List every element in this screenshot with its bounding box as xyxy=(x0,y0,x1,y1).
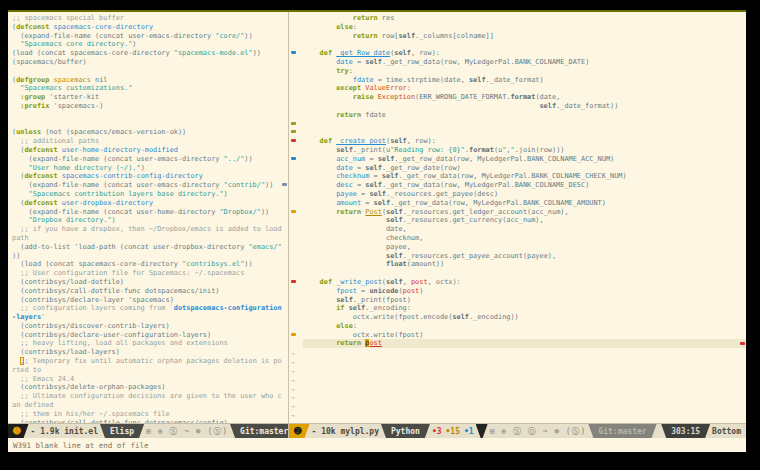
fringe-marker xyxy=(291,157,296,160)
git-branch-badge[interactable]: Git:master xyxy=(588,424,656,438)
code-line xyxy=(303,40,746,49)
code-line: ;; Emacs 24.4 xyxy=(12,375,288,384)
code-token: = xyxy=(357,287,369,295)
code-token: "Dropbox/" xyxy=(219,208,261,216)
code-token: self xyxy=(386,252,403,260)
code-token: ;; Ultimate configuration decisions are … xyxy=(12,392,282,400)
code-token: rted to xyxy=(12,366,41,374)
fringe-marker xyxy=(291,51,296,54)
code-token xyxy=(303,190,336,198)
major-mode-badge[interactable]: Python xyxy=(381,424,430,438)
code-token: 'starter-kit xyxy=(45,93,99,101)
empty-line-tilde: ~ xyxy=(291,421,295,423)
code-token: raise xyxy=(353,93,374,101)
code-token: )) xyxy=(12,252,20,260)
window-mylpl-py[interactable]: ~~~~~~~~~ return res else: return row[se… xyxy=(289,12,746,438)
code-token: self xyxy=(349,304,366,312)
code-line: self._resources.get_payee_account(payee)… xyxy=(303,252,746,261)
code-token: self xyxy=(365,181,382,189)
modeline-left: ➊ - 1.9k init.el Elisp ⊞ ⊕ Ⓢ ~ ⊛ (Ⓢ) Git… xyxy=(8,423,288,438)
major-mode-badge[interactable]: Elisp xyxy=(100,424,144,438)
code-line: "Dropbox directory.") xyxy=(12,216,288,225)
code-token: "core/" xyxy=(215,32,244,40)
code-line: (defgroup spacemacs nil xyxy=(12,76,288,85)
code-token: octx.write(fpost.encode( xyxy=(303,313,452,321)
code-token: )) xyxy=(244,155,252,163)
code-token: u"Reading row: {0}" xyxy=(386,146,465,154)
fringe-marker xyxy=(291,139,296,142)
code-token: ._get_row_data(row, MyLedgerPal.BANK_COL… xyxy=(390,199,606,207)
code-token: return xyxy=(336,208,361,216)
flycheck-counts[interactable]: •3 •15 •1 xyxy=(427,424,479,438)
minor-mode-icons[interactable]: ⊞ ⊕ Ⓢ ~ ⊛ (Ⓢ) xyxy=(141,424,233,438)
code-line: else: xyxy=(303,23,746,32)
code-token: ( xyxy=(12,199,24,207)
code-token: ) xyxy=(112,216,116,224)
code-token: date xyxy=(336,164,353,172)
code-line: checknum = self._get_row_data(row, MyLed… xyxy=(303,172,746,181)
code-token: Exception xyxy=(378,93,415,101)
code-token: ValueError xyxy=(365,84,407,92)
code-line: return fdate xyxy=(303,111,746,120)
code-token xyxy=(303,164,336,172)
flycheck-error-count: •3 xyxy=(432,427,442,436)
code-token: = xyxy=(361,199,373,207)
fringe-marker xyxy=(291,122,296,125)
code-line xyxy=(12,67,288,76)
code-token: format xyxy=(510,93,535,101)
code-token: "contrib/" xyxy=(224,181,266,189)
code-line: float(amount)) xyxy=(303,260,746,269)
code-token: fpost xyxy=(336,287,357,295)
code-token: acc_num xyxy=(336,155,365,163)
git-branch-badge[interactable]: Git:master xyxy=(230,424,288,438)
code-token: ._encoding: xyxy=(365,304,411,312)
window-init-el[interactable]: ;; spacemacs special buffer(defconst spa… xyxy=(8,12,289,438)
code-token xyxy=(12,164,29,172)
code-token: (expand-file-name (concat user-emacs-dir… xyxy=(12,155,224,163)
code-token: else xyxy=(336,322,353,330)
buffer-info[interactable]: - 1.9k init.el xyxy=(26,424,103,438)
minor-mode-icons[interactable]: ⊞ ⊕ Ⓢ Ⓞ ~ ⊛ (Ⓢ) xyxy=(485,424,592,438)
code-line: fdate = time.strptime(date, self._date_f… xyxy=(303,76,746,85)
code-token: date xyxy=(336,58,353,66)
code-line: "User home directory (~/).") xyxy=(12,164,288,173)
code-line: (load (concat spacemacs-core-directory "… xyxy=(12,260,288,269)
scroll-position-label: Bottom xyxy=(707,424,746,438)
code-token: = xyxy=(353,164,365,172)
code-token: ( xyxy=(12,146,24,154)
code-line: (contribsys/call-dotfile-func dotspacema… xyxy=(12,419,288,423)
code-token: (ERR_WRONG_DATE_FORMAT. xyxy=(415,93,510,101)
code-line: an defined xyxy=(12,401,288,410)
code-token: self xyxy=(394,49,411,57)
code-token: ) xyxy=(224,190,228,198)
code-token: amount xyxy=(336,199,361,207)
code-token xyxy=(303,296,336,304)
code-token: , row): xyxy=(407,137,436,145)
empty-line-tilde: ~ xyxy=(291,412,295,421)
code-line: return Post(self._resources.get_ledger_a… xyxy=(303,208,746,217)
code-line xyxy=(12,120,288,129)
empty-line-tilde: ~ xyxy=(291,359,295,368)
right-code-area[interactable]: return res else: return row[self._column… xyxy=(299,12,746,423)
code-line: (expand-file-name (concat user-emacs-dir… xyxy=(12,181,288,190)
fringe-marker xyxy=(291,333,296,336)
code-line: (contribsys/declare-layer 'spacemacs) xyxy=(12,296,288,305)
code-line: (contribsys/delete-orphan-packages) xyxy=(12,383,288,392)
code-line xyxy=(12,111,288,120)
code-token: defgroup xyxy=(16,76,49,84)
cursor-position-badge[interactable]: 303:15 xyxy=(661,424,710,438)
left-code-area[interactable]: ;; spacemacs special buffer(defconst spa… xyxy=(8,12,288,423)
code-token: fdate xyxy=(361,111,386,119)
code-token: ;; Emacs 24.4 xyxy=(12,375,74,383)
code-token: except xyxy=(336,84,361,92)
code-token: nil xyxy=(91,76,108,84)
code-token: res xyxy=(378,14,395,22)
code-token: an defined xyxy=(12,401,54,409)
code-token: Post xyxy=(365,208,382,216)
echo-area[interactable]: W391 blank line at end of file xyxy=(8,438,746,452)
code-line: )) xyxy=(12,252,288,261)
code-line: if self._encoding: xyxy=(303,304,746,313)
buffer-info[interactable]: - 10k mylpl.py xyxy=(307,424,384,438)
code-token: (contribsys/declare-user-configuration-l… xyxy=(12,331,211,339)
empty-line-tilde: ~ xyxy=(291,394,295,403)
